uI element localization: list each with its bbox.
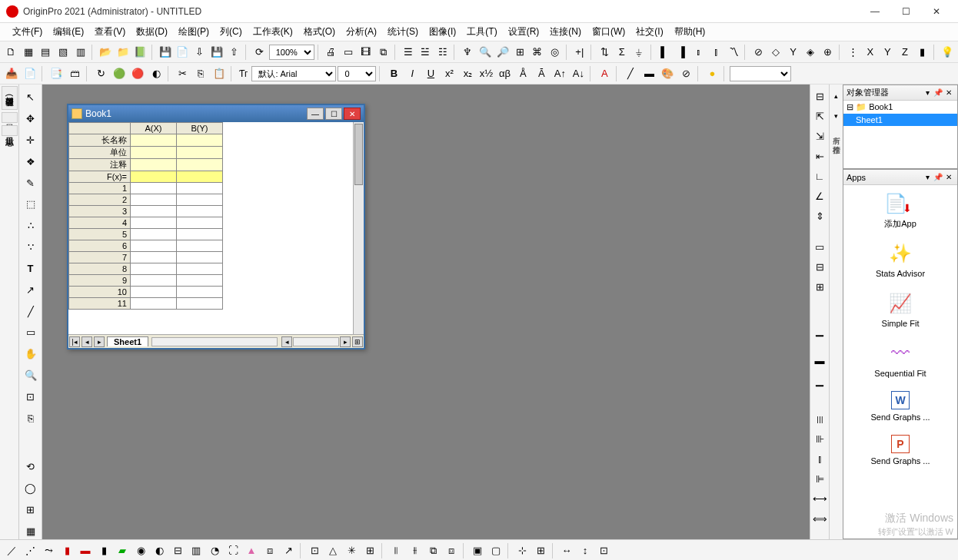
apps-pin-icon[interactable]: 📌: [933, 172, 943, 183]
grid-snap-icon[interactable]: ⊞: [532, 542, 549, 559]
app-simple-fit[interactable]: 📈 Simple Fit: [843, 285, 957, 335]
zoom-select[interactable]: 100%: [269, 45, 314, 60]
decfont-icon[interactable]: A↓: [570, 65, 587, 82]
line-plot-icon[interactable]: ／: [3, 542, 20, 559]
row-10[interactable]: 10: [69, 287, 131, 298]
grid3d-icon[interactable]: ⊞: [22, 501, 39, 518]
import-wizard-icon[interactable]: 📥: [3, 65, 20, 82]
region-icon[interactable]: ⊡: [22, 388, 39, 405]
row-3[interactable]: 3: [69, 206, 131, 217]
height-icon[interactable]: ↕: [577, 542, 594, 559]
align-obj2-icon[interactable]: ⫵: [406, 542, 423, 559]
menu-data[interactable]: 数据(D): [131, 24, 172, 40]
col-header-a[interactable]: A(X): [131, 123, 177, 134]
sheet-nav-prev[interactable]: ◂: [81, 336, 92, 347]
row-fx[interactable]: F(x)=: [69, 171, 131, 183]
scatter-icon[interactable]: ∴: [22, 217, 39, 234]
pointer-icon[interactable]: ↖: [22, 89, 39, 106]
align-top-icon[interactable]: ▔: [811, 332, 828, 349]
width-icon[interactable]: ↔: [558, 542, 575, 559]
panel2-icon[interactable]: ⊟: [811, 258, 828, 275]
row-1[interactable]: 1: [69, 183, 131, 194]
plot-icon[interactable]: 〽: [726, 44, 742, 61]
align-l-icon[interactable]: ⫿: [811, 450, 828, 467]
palette-icon[interactable]: 🎨: [659, 65, 676, 82]
chart2-icon[interactable]: ⫿: [708, 44, 724, 61]
area-plot-icon[interactable]: ▰: [114, 542, 131, 559]
annotation-icon[interactable]: ∵: [22, 239, 39, 256]
maximize-button[interactable]: ☐: [890, 1, 921, 22]
mask2-icon[interactable]: ◇: [768, 44, 784, 61]
axis-icon[interactable]: ∟: [811, 167, 828, 184]
new-matrix-icon[interactable]: ▥: [72, 44, 88, 61]
find-icon[interactable]: 🔍: [477, 44, 494, 61]
layer2-icon[interactable]: ⇲: [811, 128, 828, 144]
menu-tools[interactable]: 工具(T): [462, 24, 501, 40]
tree-icon[interactable]: ♆: [460, 44, 476, 61]
panel3-icon[interactable]: ⊞: [811, 278, 828, 295]
fontcolor-icon[interactable]: A: [596, 65, 613, 82]
row-5[interactable]: 5: [69, 229, 131, 240]
group-obj-icon[interactable]: ⧉: [424, 542, 441, 559]
import-excel-icon[interactable]: 🟢: [111, 65, 128, 82]
underline-icon[interactable]: U: [422, 65, 439, 82]
menu-connectivity[interactable]: 连接(N): [545, 24, 586, 40]
digitize-icon[interactable]: ◎: [547, 44, 563, 61]
app-send-graphs-word[interactable]: W Send Graphs ...: [843, 385, 957, 429]
menu-worksheet[interactable]: 工作表(K): [248, 24, 298, 40]
notes-icon[interactable]: ☷: [435, 44, 451, 61]
refresh-icon[interactable]: ⟳: [251, 44, 268, 61]
row-4[interactable]: 4: [69, 217, 131, 229]
scatter-plot-icon[interactable]: ⋰: [22, 542, 38, 559]
3dscatter-icon[interactable]: ⛶: [225, 542, 241, 559]
menu-file[interactable]: 文件(F): [8, 24, 47, 40]
app-add[interactable]: 📄⬇ 添加App: [843, 185, 957, 235]
linesymbol-icon[interactable]: ⤳: [40, 542, 57, 559]
sheet-nav-first[interactable]: |◂: [69, 336, 80, 347]
linecolor-icon[interactable]: ╱: [622, 65, 639, 82]
hist-icon[interactable]: ▥: [188, 542, 205, 559]
row-9[interactable]: 9: [69, 275, 131, 287]
rotate-icon[interactable]: ⟲: [22, 459, 39, 476]
vector-icon[interactable]: ↗: [280, 542, 297, 559]
tree-sheet-node[interactable]: Sheet1: [843, 114, 957, 126]
template-icon[interactable]: ⊞: [361, 542, 378, 559]
menu-plot[interactable]: 绘图(P): [174, 24, 214, 40]
draw-icon[interactable]: ✎: [22, 174, 39, 191]
column-plot-icon[interactable]: ▮: [58, 542, 75, 559]
apps-tab-recommend[interactable]: 推荐榜: [830, 137, 843, 143]
save-icon[interactable]: 💾: [157, 44, 173, 61]
xyz-icon[interactable]: ⋮: [845, 44, 861, 61]
x-icon[interactable]: X: [863, 44, 879, 61]
import-single-icon[interactable]: 📄: [22, 65, 38, 82]
zoomin-icon[interactable]: 🔎: [494, 44, 511, 61]
row-11[interactable]: 11: [69, 298, 131, 310]
arrow-icon[interactable]: ↗: [22, 281, 39, 298]
menu-image[interactable]: 图像(I): [424, 24, 461, 40]
workbook-max-button[interactable]: ☐: [325, 108, 342, 120]
addcol-icon[interactable]: +|: [572, 44, 588, 61]
panel1-icon[interactable]: ▭: [811, 238, 828, 255]
copy-icon[interactable]: ⎘: [192, 65, 209, 82]
menu-format[interactable]: 格式(O): [299, 24, 340, 40]
workbook-vscroll[interactable]: [353, 122, 364, 334]
bar-icon[interactable]: ▌: [656, 44, 672, 61]
sheet-tab[interactable]: Sheet1: [107, 336, 148, 346]
stock-icon[interactable]: ⊡: [306, 542, 323, 559]
sub-icon[interactable]: x₂: [459, 65, 476, 82]
apps-tab-all[interactable]: 所有: [830, 128, 843, 134]
objmgr-pin-icon[interactable]: 📌: [933, 88, 943, 98]
mask1-icon[interactable]: ⊘: [750, 44, 767, 61]
3dsurface-icon[interactable]: ▲: [243, 542, 260, 559]
splitter-icon[interactable]: ⊞: [352, 336, 363, 347]
bold-icon[interactable]: B: [385, 65, 402, 82]
screen-reader-icon[interactable]: ✛: [22, 132, 39, 149]
none-icon[interactable]: ⊘: [677, 65, 694, 82]
slide-icon[interactable]: ▭: [341, 44, 357, 61]
open-template-icon[interactable]: 📁: [115, 44, 131, 61]
dist-v-icon[interactable]: ⊪: [811, 430, 828, 447]
reimport-icon[interactable]: ↻: [92, 65, 109, 82]
workbook-hscroll[interactable]: [293, 337, 339, 346]
ternary-icon[interactable]: △: [324, 542, 341, 559]
open-excel-icon[interactable]: 📗: [132, 44, 148, 61]
